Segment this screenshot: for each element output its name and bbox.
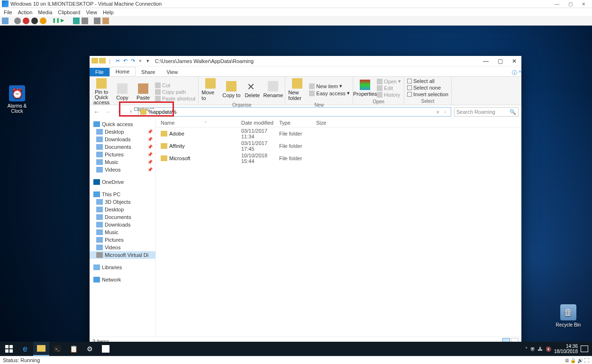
checkpoint-icon[interactable] <box>73 18 80 24</box>
tab-file[interactable]: File <box>90 68 109 76</box>
cut-button[interactable]: Cut <box>155 82 195 88</box>
settings-button[interactable]: ⚙ <box>82 342 98 356</box>
host-maximize[interactable]: ▢ <box>564 1 577 7</box>
table-row[interactable]: Microsoft10/10/2018 15:44File folder <box>156 152 521 164</box>
sidebar-item-desktop[interactable]: Desktop📌 <box>90 128 155 136</box>
nav-sidebar[interactable]: Quick access Desktop📌 Downloads📌 Documen… <box>90 118 156 337</box>
qat-undo-icon[interactable]: ↶ <box>122 58 128 64</box>
sidebar-item-videos[interactable]: Videos📌 <box>90 166 155 173</box>
taskbar[interactable]: e >_ 📋 ⚙ 🛍 ˄ ⛨ 🖧 🔇 14:36 18/10/2018 <box>0 342 592 356</box>
rename-button[interactable]: Rename <box>264 81 282 98</box>
reset-icon[interactable]: ▶ <box>61 18 67 24</box>
copy-to-button[interactable]: Copy to <box>222 81 240 98</box>
address-go-icon[interactable]: → <box>441 109 449 114</box>
store-button[interactable]: 🛍 <box>98 342 114 356</box>
qat-customize[interactable]: ▾ <box>145 58 151 64</box>
sidebar-this-pc[interactable]: This PC <box>90 191 155 198</box>
col-type[interactable]: Type <box>274 120 311 126</box>
ctrl-alt-del-icon[interactable] <box>2 18 9 24</box>
turnoff-icon[interactable] <box>23 18 29 24</box>
ribbon-collapse-icon[interactable]: ⓘ ^ <box>512 69 521 76</box>
sidebar-item-pictures-pc[interactable]: Pictures <box>90 236 155 244</box>
nav-forward-button[interactable]: → <box>104 109 112 115</box>
paste-button[interactable]: Paste <box>134 83 152 100</box>
column-headers[interactable]: Name⌃ Date modified Type Size <box>156 118 521 127</box>
sidebar-item-music-pc[interactable]: Music <box>90 228 155 236</box>
move-to-button[interactable]: Move to <box>201 78 219 101</box>
sidebar-item-music[interactable]: Music📌 <box>90 158 155 166</box>
tray-up-icon[interactable]: ˄ <box>525 346 528 352</box>
tab-view[interactable]: View <box>161 68 183 76</box>
explorer-maximize[interactable]: ▢ <box>493 58 507 64</box>
menu-clipboard[interactable]: Clipboard <box>58 9 80 15</box>
file-list[interactable]: Name⌃ Date modified Type Size Adobe03/11… <box>156 118 521 337</box>
mail-button[interactable]: 📋 <box>65 342 82 356</box>
menu-file[interactable]: File <box>4 9 12 15</box>
search-box[interactable]: Search Roaming 🔍 <box>454 107 519 117</box>
col-size[interactable]: Size <box>311 120 335 126</box>
save-icon[interactable] <box>40 18 46 24</box>
sidebar-onedrive[interactable]: OneDrive <box>90 178 155 186</box>
pin-quick-access-button[interactable]: Pin to Quick access <box>92 78 110 105</box>
enhanced-icon[interactable] <box>94 18 100 24</box>
pause-icon[interactable]: ❚❚ <box>52 18 59 24</box>
share-icon[interactable] <box>102 18 109 24</box>
address-input[interactable] <box>148 109 435 115</box>
tray-security-icon[interactable]: ⛨ <box>530 346 535 352</box>
explorer-titlebar[interactable]: | ✂ ↶ ↷ ▾ ▾ C:\Users\James Walker\AppDat… <box>90 56 521 66</box>
sidebar-item-pictures[interactable]: Pictures📌 <box>90 151 155 158</box>
menu-view[interactable]: View <box>86 9 97 15</box>
table-row[interactable]: Adobe03/11/2017 11:34File folder <box>156 127 521 140</box>
system-tray[interactable]: ˄ ⛨ 🖧 🔇 14:36 18/10/2018 <box>525 344 591 354</box>
nav-recent-dropdown[interactable]: ▾ <box>115 110 124 114</box>
sidebar-item-documents-pc[interactable]: Documents <box>90 213 155 221</box>
sidebar-item-desktop-pc[interactable]: Desktop <box>90 206 155 213</box>
sidebar-item-vhd[interactable]: Microsoft Virtual Di <box>90 251 155 259</box>
host-minimize[interactable]: — <box>550 1 564 7</box>
cmd-button[interactable]: >_ <box>49 342 65 356</box>
col-date[interactable]: Date modified <box>237 120 274 126</box>
revert-icon[interactable] <box>82 18 88 24</box>
menu-action[interactable]: Action <box>18 9 33 15</box>
sidebar-quick-access[interactable]: Quick access <box>90 120 155 128</box>
nav-back-button[interactable]: ← <box>92 109 101 115</box>
start-button[interactable] <box>1 342 17 356</box>
copy-button[interactable]: Copy <box>113 83 131 100</box>
shutdown-icon[interactable] <box>31 18 38 24</box>
open-button[interactable]: Open ▾ <box>377 78 401 84</box>
explorer-minimize[interactable]: — <box>479 58 493 64</box>
paste-shortcut-button[interactable]: Paste shortcut <box>155 96 195 101</box>
sidebar-item-videos-pc[interactable]: Videos <box>90 244 155 251</box>
tab-home[interactable]: Home <box>109 67 136 76</box>
tray-network-icon[interactable]: 🖧 <box>538 346 543 352</box>
new-item-button[interactable]: New item ▾ <box>309 83 350 89</box>
qat-folder-icon[interactable] <box>99 58 106 64</box>
delete-button[interactable]: ✕Delete <box>243 81 261 98</box>
menu-media[interactable]: Media <box>38 9 52 15</box>
guest-desktop[interactable]: ⏰ Alarms & Clock 🗑 Recycle Bin | ✂ ↶ ↷ ▾… <box>0 26 592 356</box>
properties-button[interactable]: Properties <box>356 80 374 97</box>
address-dropdown-icon[interactable]: v <box>435 109 441 114</box>
tab-share[interactable]: Share <box>136 68 161 76</box>
history-button[interactable]: History <box>377 92 401 98</box>
sidebar-item-downloads-pc[interactable]: Downloads <box>90 221 155 228</box>
address-bar[interactable]: v → <box>138 107 451 117</box>
sidebar-item-documents[interactable]: Documents📌 <box>90 143 155 151</box>
qat-delete-icon[interactable]: ▾ <box>137 58 144 64</box>
taskbar-clock[interactable]: 14:36 18/10/2018 <box>554 344 578 354</box>
tray-volume-icon[interactable]: 🔇 <box>546 346 551 352</box>
invert-selection-button[interactable]: Invert selection <box>407 91 448 97</box>
recycle-bin[interactable]: 🗑 Recycle Bin <box>554 304 583 328</box>
qat-cut-icon[interactable]: ✂ <box>114 58 121 64</box>
qat-redo-icon[interactable]: ↷ <box>129 58 136 64</box>
sidebar-libraries[interactable]: Libraries <box>90 264 155 271</box>
easy-access-button[interactable]: Easy access ▾ <box>309 90 350 96</box>
edit-button[interactable]: Edit <box>377 85 401 91</box>
explorer-taskbar-button[interactable] <box>33 342 49 356</box>
nav-up-button[interactable]: ↑ <box>127 109 135 115</box>
sidebar-item-3dobjects[interactable]: 3D Objects <box>90 198 155 206</box>
table-row[interactable]: Affinity03/11/2017 17:45File folder <box>156 140 521 152</box>
action-center-icon[interactable] <box>581 346 588 352</box>
start-icon[interactable] <box>14 18 21 24</box>
copy-path-button[interactable]: Copy path <box>155 89 195 95</box>
